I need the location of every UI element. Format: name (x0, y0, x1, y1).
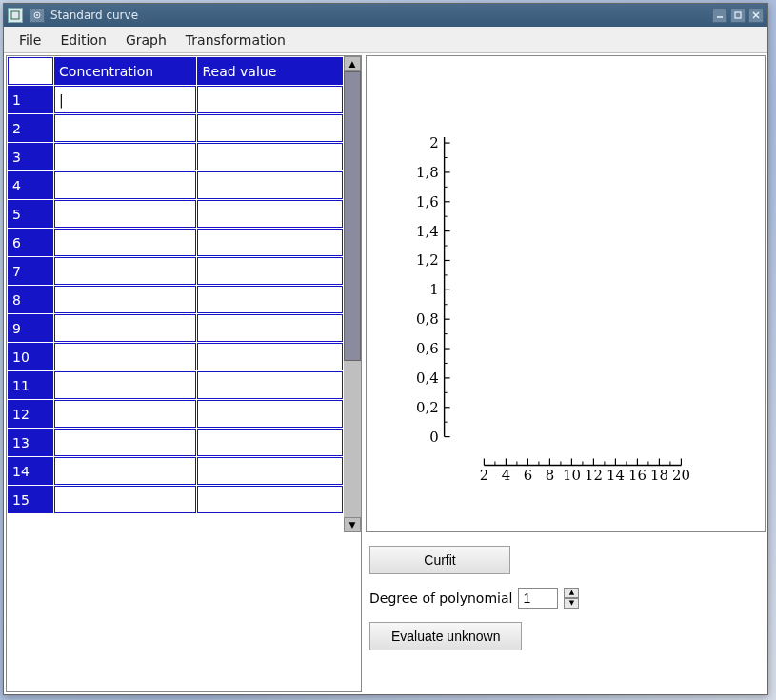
svg-text:20: 20 (672, 467, 690, 484)
curfit-button[interactable]: Curfit (369, 546, 510, 574)
menubar: File Edition Graph Transformation (4, 27, 767, 53)
row-number[interactable]: 9 (8, 314, 53, 342)
svg-text:1,4: 1,4 (416, 223, 439, 240)
svg-text:1,8: 1,8 (416, 164, 439, 181)
spin-down-icon[interactable]: ▼ (564, 598, 579, 609)
window-menu-icon[interactable] (30, 8, 45, 23)
svg-text:18: 18 (650, 467, 668, 484)
table-row: 12 (8, 400, 343, 428)
menu-graph[interactable]: Graph (116, 29, 176, 51)
left-pane: Concentration Read value 1|2345678910111… (6, 55, 362, 692)
row-number[interactable]: 3 (8, 143, 53, 170)
row-number[interactable]: 15 (8, 486, 53, 513)
minimize-button[interactable] (712, 8, 727, 23)
row-number[interactable]: 8 (8, 286, 53, 313)
row-number[interactable]: 1 (8, 86, 53, 113)
cell-read-value[interactable] (197, 143, 343, 170)
svg-text:0,8: 0,8 (416, 310, 439, 328)
svg-point-2 (36, 14, 38, 16)
cell-read-value[interactable] (197, 314, 343, 342)
table-row: 3 (8, 143, 343, 170)
table-row: 9 (8, 314, 343, 342)
evaluate-button[interactable]: Evaluate unknown (369, 622, 522, 650)
right-pane: 00,20,40,60,811,21,41,61,822468101214161… (366, 55, 766, 692)
chart-area: 00,20,40,60,811,21,41,61,822468101214161… (366, 55, 766, 532)
table-scrollbar[interactable]: ▲ ▼ (344, 56, 361, 532)
scroll-track[interactable] (344, 71, 361, 517)
row-number[interactable]: 2 (8, 114, 53, 142)
close-button[interactable] (748, 8, 764, 23)
content-area: Concentration Read value 1|2345678910111… (4, 53, 767, 694)
col-header-concentration[interactable]: Concentration (54, 57, 196, 85)
cell-concentration[interactable] (54, 314, 196, 342)
table-row: 5 (8, 200, 343, 228)
table-row: 15 (8, 486, 343, 513)
cell-read-value[interactable] (197, 457, 343, 485)
maximize-button[interactable] (730, 8, 746, 23)
cell-read-value[interactable] (197, 400, 343, 428)
row-number[interactable]: 11 (8, 371, 53, 399)
scroll-up-icon[interactable]: ▲ (344, 56, 361, 71)
left-blank-area (7, 532, 361, 691)
table-wrap: Concentration Read value 1|2345678910111… (7, 56, 361, 532)
svg-text:12: 12 (585, 467, 603, 484)
degree-label: Degree of polynomial (369, 590, 512, 606)
cell-read-value[interactable] (197, 200, 343, 228)
scroll-thumb[interactable] (344, 71, 361, 361)
cell-read-value[interactable] (197, 171, 343, 199)
cell-concentration[interactable] (54, 114, 196, 142)
cell-read-value[interactable] (197, 343, 343, 370)
cell-read-value[interactable] (197, 486, 343, 513)
svg-text:1: 1 (429, 281, 438, 298)
cell-read-value[interactable] (197, 429, 343, 456)
svg-text:16: 16 (628, 467, 647, 484)
svg-text:0,2: 0,2 (416, 399, 439, 416)
degree-spinner: ▲ ▼ (564, 588, 579, 609)
corner-cell (8, 57, 53, 85)
svg-text:0,6: 0,6 (416, 340, 439, 357)
col-header-read-value[interactable]: Read value (197, 57, 343, 85)
table-row: 10 (8, 343, 343, 370)
row-number[interactable]: 4 (8, 171, 53, 199)
cell-read-value[interactable] (197, 286, 343, 313)
row-number[interactable]: 10 (8, 343, 53, 370)
spin-up-icon[interactable]: ▲ (564, 588, 579, 598)
cell-concentration[interactable] (54, 486, 196, 513)
cell-concentration[interactable] (54, 171, 196, 199)
menu-file[interactable]: File (10, 29, 50, 51)
row-number[interactable]: 12 (8, 400, 53, 428)
cell-concentration[interactable] (54, 371, 196, 399)
cell-concentration[interactable] (54, 429, 196, 456)
cell-concentration[interactable] (54, 143, 196, 170)
table-row: 6 (8, 229, 343, 256)
cell-read-value[interactable] (197, 371, 343, 399)
menu-transformation[interactable]: Transformation (176, 29, 295, 51)
row-number[interactable]: 6 (8, 229, 53, 256)
cell-concentration[interactable] (54, 400, 196, 428)
cell-read-value[interactable] (197, 114, 343, 142)
scroll-down-icon[interactable]: ▼ (344, 517, 361, 532)
cell-concentration[interactable]: | (54, 86, 196, 113)
cell-read-value[interactable] (197, 229, 343, 256)
table-row: 8 (8, 286, 343, 313)
row-number[interactable]: 5 (8, 200, 53, 228)
cell-concentration[interactable] (54, 200, 196, 228)
svg-text:4: 4 (502, 467, 510, 484)
cell-concentration[interactable] (54, 457, 196, 485)
row-number[interactable]: 7 (8, 257, 53, 285)
cell-concentration[interactable] (54, 343, 196, 370)
degree-input[interactable] (518, 588, 558, 609)
cell-read-value[interactable] (197, 257, 343, 285)
cell-concentration[interactable] (54, 286, 196, 313)
svg-text:10: 10 (563, 467, 581, 484)
app-window: Standard curve File Edition Graph Transf… (3, 3, 768, 695)
cell-concentration[interactable] (54, 229, 196, 256)
svg-text:2: 2 (480, 467, 488, 484)
cell-concentration[interactable] (54, 257, 196, 285)
cell-read-value[interactable] (197, 86, 343, 113)
svg-text:1,6: 1,6 (416, 193, 439, 210)
row-number[interactable]: 14 (8, 457, 53, 485)
svg-rect-0 (11, 11, 19, 19)
row-number[interactable]: 13 (8, 429, 53, 456)
menu-edition[interactable]: Edition (50, 29, 115, 51)
